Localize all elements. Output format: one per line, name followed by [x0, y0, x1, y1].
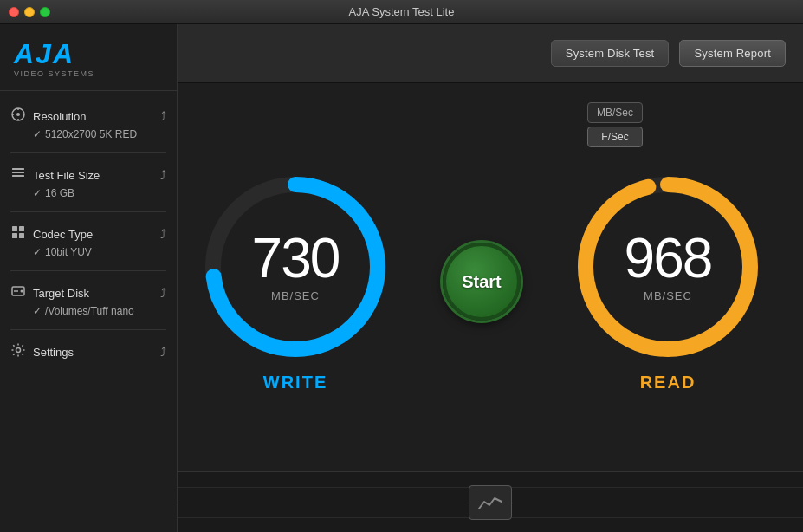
system-report-button[interactable]: System Report	[679, 40, 786, 67]
settings-label: Settings	[33, 346, 74, 359]
sidebar: AJA VIDEO SYSTEMS	[0, 24, 178, 532]
sidebar-section-filesize: Test File Size ⤴ ✓ 16 GB	[0, 157, 177, 208]
svg-rect-10	[19, 226, 24, 231]
write-gauge-container: 730 MB/SEC WRITE	[200, 172, 391, 393]
sidebar-section-settings: Settings ⤴	[0, 334, 177, 367]
app-body: AJA VIDEO SYSTEMS	[0, 24, 803, 532]
svg-rect-11	[12, 233, 17, 238]
settings-icon	[10, 342, 26, 361]
codec-label: Codec Type	[33, 228, 93, 241]
header-bar: System Disk Test System Report	[178, 24, 803, 83]
divider-3	[10, 270, 166, 271]
write-gauge-inner: 730 MB/SEC	[200, 172, 391, 362]
codec-icon	[10, 224, 26, 243]
resolution-icon	[10, 107, 26, 126]
traffic-lights	[9, 7, 50, 17]
title-bar: AJA System Test Lite	[0, 0, 803, 24]
start-button[interactable]: Start	[443, 243, 521, 321]
svg-rect-8	[12, 175, 24, 177]
write-value: 730	[252, 230, 340, 286]
sidebar-item-disk[interactable]: Target Disk ⤴	[0, 278, 177, 304]
resolution-label: Resolution	[33, 110, 86, 123]
write-gauge-ring: 730 MB/SEC	[200, 172, 391, 362]
codec-chevron: ⤴	[160, 227, 166, 241]
chart-icon	[477, 493, 503, 512]
unit-fsec[interactable]: F/Sec	[587, 127, 643, 147]
sidebar-item-codec[interactable]: Codec Type ⤴	[0, 219, 177, 245]
read-unit: MB/SEC	[644, 289, 692, 302]
sidebar-section-disk: Target Disk ⤴ ✓ /Volumes/Tuff nano	[0, 275, 177, 326]
main-content: System Disk Test System Report MB/Sec F/…	[178, 24, 803, 532]
read-gauge-container: 968 MB/SEC READ	[573, 172, 763, 393]
read-value: 968	[625, 230, 712, 286]
maximize-button[interactable]	[40, 7, 50, 17]
sidebar-section-codec: Codec Type ⤴ ✓ 10bit YUV	[0, 216, 177, 267]
sidebar-section-resolution: Resolution ⤴ ✓ 5120x2700 5K RED	[0, 98, 177, 149]
aja-logo-text: AJA	[14, 40, 74, 68]
write-label: WRITE	[263, 373, 327, 393]
svg-point-14	[21, 290, 23, 293]
gauges-row: 730 MB/SEC WRITE Start	[200, 172, 763, 393]
settings-chevron: ⤴	[160, 345, 166, 359]
start-button-container: Start	[443, 243, 521, 321]
write-unit: MB/SEC	[271, 289, 320, 302]
sidebar-items: Resolution ⤴ ✓ 5120x2700 5K RED	[0, 91, 177, 532]
filesize-value: ✓ 16 GB	[0, 186, 177, 204]
resolution-chevron: ⤴	[160, 109, 166, 123]
bottom-area	[178, 471, 803, 532]
svg-rect-9	[12, 226, 17, 231]
divider-2	[10, 211, 166, 212]
sidebar-item-resolution[interactable]: Resolution ⤴	[0, 101, 177, 127]
read-label: READ	[640, 373, 696, 393]
sidebar-item-settings[interactable]: Settings ⤴	[0, 337, 177, 363]
filesize-label: Test File Size	[33, 169, 100, 182]
sidebar-item-filesize[interactable]: Test File Size ⤴	[0, 160, 177, 186]
svg-point-16	[16, 348, 21, 353]
logo-area: AJA VIDEO SYSTEMS	[0, 24, 177, 91]
chart-icon-container[interactable]	[469, 485, 512, 520]
divider-4	[10, 329, 166, 330]
svg-rect-12	[19, 233, 24, 238]
svg-rect-7	[12, 172, 24, 173]
disk-chevron: ⤴	[160, 286, 166, 300]
aja-logo-subtitle: VIDEO SYSTEMS	[14, 69, 94, 78]
minimize-button[interactable]	[24, 7, 35, 17]
codec-value: ✓ 10bit YUV	[0, 245, 177, 263]
unit-selector: MB/Sec F/Sec	[587, 102, 643, 147]
aja-logo: AJA VIDEO SYSTEMS	[14, 40, 163, 78]
window-title: AJA System Test Lite	[349, 5, 455, 18]
disk-icon	[10, 283, 26, 302]
unit-mbsec[interactable]: MB/Sec	[587, 102, 643, 123]
close-button[interactable]	[9, 7, 19, 17]
svg-rect-6	[12, 168, 24, 170]
gauges-area: MB/Sec F/Sec 730 MB/	[178, 83, 803, 471]
svg-point-1	[16, 113, 20, 116]
disk-test-button[interactable]: System Disk Test	[551, 40, 670, 67]
disk-value: ✓ /Volumes/Tuff nano	[0, 304, 177, 322]
filesize-chevron: ⤴	[160, 168, 166, 182]
filesize-icon	[10, 165, 26, 185]
divider-1	[10, 152, 166, 153]
resolution-value: ✓ 5120x2700 5K RED	[0, 127, 177, 146]
disk-label: Target Disk	[33, 287, 89, 300]
read-gauge-inner: 968 MB/SEC	[573, 172, 763, 362]
read-gauge-ring: 968 MB/SEC	[573, 172, 763, 362]
